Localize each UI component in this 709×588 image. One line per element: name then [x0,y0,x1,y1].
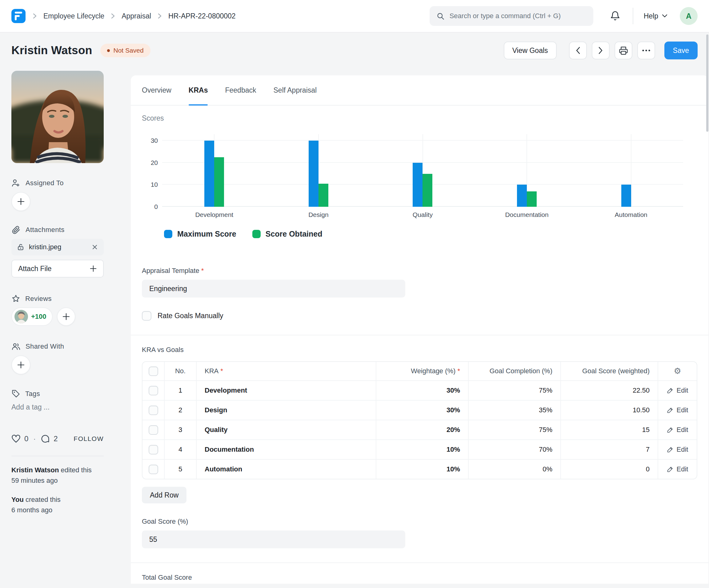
goal-score-input[interactable]: 55 [142,531,405,548]
next-record-button[interactable] [592,42,610,59]
completion-cell[interactable]: 70% [469,440,561,459]
kra-cell[interactable]: Automation [196,460,376,479]
notifications-bell-icon[interactable] [610,11,621,21]
row-checkbox[interactable] [149,425,158,435]
add-assignment-button[interactable] [11,192,30,211]
weightage-cell[interactable]: 30% [376,381,469,400]
status-badge: Not Saved [100,44,151,57]
table-row[interactable]: 4 Documentation 10% 70% 7 Edit [142,439,697,459]
score-cell[interactable]: 22.50 [561,381,658,400]
row-number: 2 [165,401,196,420]
kra-vs-goals-label: KRA vs Goals [142,346,697,354]
page-title: Kristin Watson [11,44,92,57]
table-row[interactable]: 1 Development 30% 75% 22.50 Edit [142,380,697,400]
breadcrumb-appraisal[interactable]: Appraisal [122,12,151,20]
weightage-cell[interactable]: 10% [376,460,469,479]
score-cell[interactable]: 0 [561,460,658,479]
add-row-button[interactable]: Add Row [142,487,186,503]
print-button[interactable] [614,42,632,59]
score-cell[interactable]: 7 [561,440,658,459]
kra-cell[interactable]: Documentation [196,440,376,459]
category-label: Design [266,211,371,218]
table-settings-gear-icon[interactable]: ⚙ [674,366,681,376]
tab-kras[interactable]: KRAs [189,75,208,105]
assign-user-icon [11,179,21,188]
attachment-item[interactable]: kristin.jpeg [11,239,104,256]
reviewer-avatar [15,310,28,323]
vertical-scrollbar[interactable] [706,34,708,132]
score-cell[interactable]: 10.50 [561,401,658,420]
page-header: Kristin Watson Not Saved View Goals Save [11,39,698,61]
shared-with-section: Shared With [11,342,104,351]
add-tag-input[interactable]: Add a tag ... [11,403,104,411]
reviewers-pill[interactable]: +100 [11,308,53,326]
row-checkbox[interactable] [149,405,158,415]
table-row[interactable]: 3 Quality 20% 75% 15 Edit [142,420,697,439]
edit-row-button[interactable]: Edit [667,426,688,434]
breadcrumb-record-id[interactable]: HR-APR-22-0800002 [168,12,236,20]
add-review-button[interactable] [57,308,75,326]
section-divider [131,335,708,336]
completion-cell[interactable]: 35% [469,401,561,420]
previous-record-button[interactable] [569,42,587,59]
chart-title: Scores [142,114,697,123]
help-menu[interactable]: Help [644,12,667,20]
row-checkbox[interactable] [149,445,158,454]
kra-cell[interactable]: Quality [196,420,376,439]
edit-row-button[interactable]: Edit [667,406,688,414]
view-goals-button[interactable]: View Goals [504,42,557,59]
breadcrumb-employee-lifecycle[interactable]: Employee Lifecycle [44,12,104,20]
follow-button[interactable]: FOLLOW [74,435,104,443]
likes-count: 0 [24,434,28,443]
row-checkbox[interactable] [149,464,158,474]
total-goal-score-field-label: Total Goal Score [142,573,697,582]
table-row[interactable]: 2 Design 30% 35% 10.50 Edit [142,400,697,420]
tab-overview[interactable]: Overview [142,75,172,105]
category-label: Automation [579,211,683,218]
weightage-cell[interactable]: 20% [376,420,469,439]
completion-cell[interactable]: 75% [469,381,561,400]
weightage-cell[interactable]: 30% [376,401,469,420]
column-header-completion: Goal Completion (%) [469,362,561,380]
completion-cell[interactable]: 0% [469,460,561,479]
top-navbar: Employee Lifecycle Appraisal HR-APR-22-0… [0,0,709,33]
edit-row-button[interactable]: Edit [667,446,688,454]
required-marker: * [457,367,460,375]
select-all-checkbox[interactable] [149,367,158,376]
checkbox[interactable] [142,311,151,321]
edit-row-button[interactable]: Edit [667,386,688,395]
user-avatar[interactable]: A [680,7,698,25]
table-row[interactable]: 5 Automation 10% 0% 0 Edit [142,459,697,479]
save-button[interactable]: Save [664,42,698,59]
remove-attachment-button[interactable] [91,244,98,250]
status-dot [107,49,110,52]
row-checkbox[interactable] [149,386,158,395]
weightage-cell[interactable]: 10% [376,440,469,459]
rate-goals-manually-checkbox-row[interactable]: Rate Goals Manually [142,311,697,321]
add-share-button[interactable] [11,355,30,374]
completion-cell[interactable]: 75% [469,420,561,439]
score-cell[interactable]: 15 [561,420,658,439]
more-menu-button[interactable] [637,42,655,59]
avatar-initial: A [686,12,691,21]
kra-cell[interactable]: Design [196,401,376,420]
tab-feedback[interactable]: Feedback [225,75,256,105]
form-card: Overview KRAs Feedback Self Appraisal Sc… [131,75,708,584]
kra-cell[interactable]: Development [196,381,376,400]
appraisal-template-field-label: Appraisal Template* [142,267,697,275]
employee-photo[interactable] [11,71,104,163]
attach-file-button[interactable]: Attach File [11,260,104,277]
edit-row-button[interactable]: Edit [667,465,688,473]
required-marker: * [201,267,204,274]
heart-icon[interactable] [11,434,21,443]
comment-icon[interactable] [41,434,50,444]
activity-log: Kristin Watson edited this 59 minutes ag… [11,465,104,515]
global-search[interactable] [429,6,593,26]
plus-icon [89,265,97,272]
legend-item-score-obtained: Score Obtained [252,230,322,238]
tab-self-appraisal[interactable]: Self Appraisal [273,75,317,105]
search-input[interactable] [450,12,586,20]
appraisal-template-input[interactable]: Engineering [142,280,405,297]
app-logo[interactable] [11,9,26,23]
status-label: Not Saved [113,47,144,54]
